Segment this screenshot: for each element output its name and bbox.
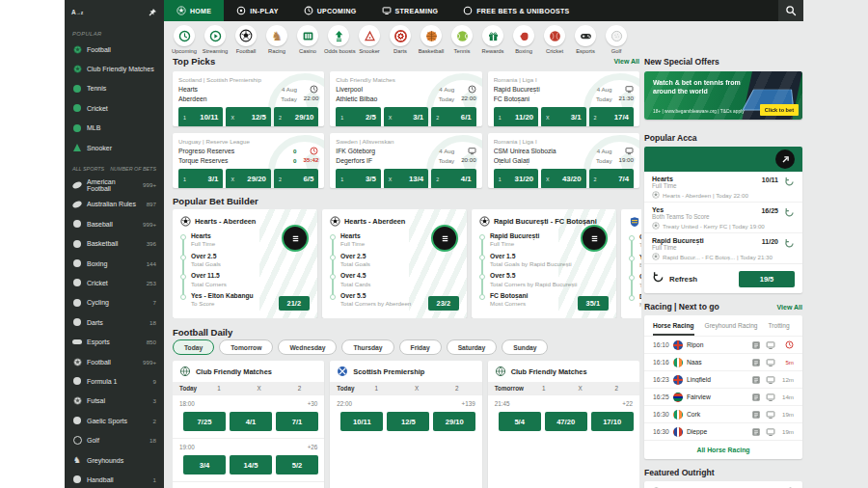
sidebar-sport-basketball[interactable]: Basketball396 (65, 234, 164, 254)
sidebar-item-cricket[interactable]: Cricket (65, 98, 164, 118)
race-row-ripon[interactable]: 16:10 Ripon (644, 336, 802, 353)
daily-column-header[interactable]: Club Friendly Matches (173, 361, 324, 382)
stream-icon[interactable] (766, 358, 775, 367)
top-picks-view-all[interactable]: View All (614, 58, 639, 65)
match-card-hearts[interactable]: Scotland | Scottish Premiership HeartsAb… (173, 71, 324, 126)
odds-button-x[interactable]: 12/5 (387, 412, 429, 431)
special-offer-banner[interactable]: Watch & bet on tennis fromaround the wor… (644, 71, 802, 120)
daily-match-row[interactable]: Nottingham ForestFiorentina5/447/2017/10 (488, 409, 639, 438)
bet-builder-odds-button[interactable]: 21/2 (279, 296, 310, 311)
bet-builder-odds-button[interactable]: 23/2 (428, 296, 459, 311)
sidebar-sport-baseball[interactable]: Baseball999+ (65, 214, 164, 233)
sidebar-item-football[interactable]: Football (65, 40, 164, 59)
racing-tab-trotting[interactable]: Trotting (769, 322, 790, 336)
quick-link-upcoming[interactable]: Upcoming (170, 25, 199, 54)
match-card-csm-unirea-slobozia[interactable]: Romania | Liga I CSM Unirea SloboziaOțel… (488, 133, 639, 188)
sidebar-sport-futsal[interactable]: Futsal3 (65, 392, 164, 411)
click-to-bet-button[interactable]: Click to bet (760, 104, 799, 116)
sidebar-item-mlb[interactable]: MLB (65, 119, 164, 138)
sidebar-sport-cycling[interactable]: Cycling7 (65, 293, 164, 312)
day-pill-sunday[interactable]: Sunday (502, 339, 548, 355)
sidebar-sport-boxing[interactable]: Boxing144 (65, 254, 164, 273)
sidebar-sport-gaelic-sports[interactable]: Gaelic Sports2 (65, 411, 164, 430)
acca-selection-hearts[interactable]: HeartsFull Time 10/11 Hearts - Aberdeen … (644, 172, 802, 202)
acca-pin-icon[interactable] (775, 149, 795, 169)
quick-link-darts[interactable]: Darts (386, 25, 415, 54)
racecard-icon[interactable] (751, 393, 761, 402)
quick-link-odds-boosts[interactable]: Odds boosts (324, 25, 353, 54)
stream-icon[interactable] (766, 427, 775, 437)
quick-link-esports[interactable]: Esports (571, 25, 600, 54)
race-row-naas[interactable]: 16:16 Naas 5m (644, 353, 802, 370)
daily-column-header[interactable]: Scottish Premiership (330, 361, 481, 382)
acca-total-odds-button[interactable]: 19/5 (739, 271, 795, 287)
odds-button-2[interactable]: 229/10 (274, 107, 318, 126)
refresh-icon[interactable] (784, 238, 795, 249)
match-card-liverpool[interactable]: Club Friendly Matches LiverpoolAthletic … (330, 71, 481, 126)
day-pill-today[interactable]: Today (173, 339, 214, 355)
racing-tab-greyhound-racing[interactable]: Greyhound Racing (705, 322, 758, 336)
odds-button-2[interactable]: 7/1 (276, 412, 318, 431)
nav-tab-streaming[interactable]: STREAMING (369, 0, 451, 21)
sidebar-item-tennis[interactable]: Tennis (65, 79, 164, 98)
acca-selection-rapid-bucure-ti[interactable]: Rapid BucureștiFull Time 11/20 Rapid Buc… (644, 232, 802, 263)
race-row-dieppe[interactable]: 16:30 Dieppe 19m (644, 422, 802, 440)
pin-icon[interactable] (148, 4, 157, 21)
odds-button-1[interactable]: 110/11 (178, 107, 223, 126)
sidebar-sport-american-football[interactable]: American Football999+ (65, 175, 164, 194)
odds-button-x[interactable]: 47/20 (545, 412, 587, 431)
search-button[interactable] (778, 0, 803, 21)
odds-button-2[interactable]: 17/10 (591, 412, 634, 431)
sidebar-sport-formula-1[interactable]: Formula 19 (65, 371, 164, 391)
odds-button-1[interactable]: 111/20 (494, 107, 538, 126)
sidebar-sport-esports[interactable]: Esports850 (65, 332, 164, 351)
nav-tab-home[interactable]: HOME (164, 0, 224, 21)
race-row-fairview[interactable]: 16:25 Fairview 14m (644, 388, 802, 405)
refresh-icon[interactable] (652, 270, 665, 287)
sidebar-sport-australian-rules[interactable]: Australian Rules897 (65, 195, 164, 214)
odds-button-x[interactable]: X3/1 (384, 107, 428, 126)
odds-button-x[interactable]: 4/1 (230, 412, 272, 431)
bet-builder-card-hearts-aberdeen[interactable]: Hearts - Aberdeen HeartsFull TimeOver 2.… (322, 209, 467, 318)
sidebar-sport-handball[interactable]: Handball1 (65, 470, 164, 488)
quick-link-basketball[interactable]: Basketball (417, 25, 446, 54)
day-pill-friday[interactable]: Friday (399, 339, 442, 355)
day-pill-tomorrow[interactable]: Tomorrow (219, 339, 273, 355)
quick-link-racing[interactable]: ♞Racing (262, 25, 291, 54)
daily-column-header[interactable]: Club Friendly Matches (488, 361, 639, 382)
sidebar-sport-cricket[interactable]: Cricket253 (65, 273, 164, 292)
odds-button-2[interactable]: 24/1 (431, 169, 475, 188)
match-card-rapid-bucure-ti[interactable]: Romania | Liga I Rapid BucureștiFC Botoș… (488, 71, 639, 126)
bet-builder-card-hearts-aberdeen[interactable]: Hearts - Aberdeen HeartsFull TimeOver 2.… (173, 209, 317, 318)
nav-tab-in-play[interactable]: IN-PLAY (224, 0, 290, 21)
odds-button-1[interactable]: 131/20 (494, 169, 538, 188)
quick-link-casino[interactable]: Casino (293, 25, 322, 54)
bet-builder-card-rapid-bucure-ti-fc-boto-ani[interactable]: Rapid București - FC Botoșani Rapid Bucu… (472, 209, 616, 318)
racecard-icon[interactable] (751, 427, 761, 437)
sidebar-sport-greyhounds[interactable]: ♞Greyhounds (65, 450, 164, 470)
nav-tab-upcoming[interactable]: UPCOMING (291, 0, 369, 21)
outright-card[interactable]: Premier League 24 May 2026 01:00 Premier… (644, 481, 802, 488)
sidebar-sport-football[interactable]: Football999+ (65, 352, 164, 371)
sidebar-item-club-friendly-matches[interactable]: Club Friendly Matches (65, 59, 164, 78)
odds-button-1[interactable]: 5/4 (499, 412, 541, 431)
racecard-icon[interactable] (751, 340, 761, 350)
racecard-icon[interactable] (751, 410, 761, 420)
daily-match-row[interactable]: HeartsAberdeen10/1112/529/10 (330, 409, 481, 438)
nav-tab-free-bets-uniboosts[interactable]: FREE BETS & UNIBOOSTS (450, 0, 582, 21)
all-horse-racing-link[interactable]: All Horse Racing (644, 440, 802, 459)
odds-button-1[interactable]: 12/5 (336, 107, 380, 126)
odds-button-x[interactable]: X43/20 (541, 169, 585, 188)
odds-button-x[interactable]: 14/5 (230, 455, 272, 474)
match-card-ifk-g-teborg[interactable]: Sweden | Allsvenskan IFK GöteborgDegerfo… (330, 133, 481, 188)
odds-button-1[interactable]: 13/1 (178, 169, 223, 188)
acca-selection-yes[interactable]: YesBoth Teams To Score 16/25 Treaty Unit… (644, 202, 802, 232)
day-pill-thursday[interactable]: Thursday (341, 339, 393, 355)
bet-builder-odds-button[interactable]: 35/1 (578, 296, 609, 311)
quick-link-cricket[interactable]: Cricket (540, 25, 569, 54)
odds-button-2[interactable]: 27/4 (589, 169, 634, 188)
quick-link-golf[interactable]: Golf (602, 25, 631, 54)
stream-icon[interactable] (766, 393, 775, 402)
quick-link-football[interactable]: Football (231, 25, 260, 54)
odds-button-2[interactable]: 26/1 (431, 107, 475, 126)
